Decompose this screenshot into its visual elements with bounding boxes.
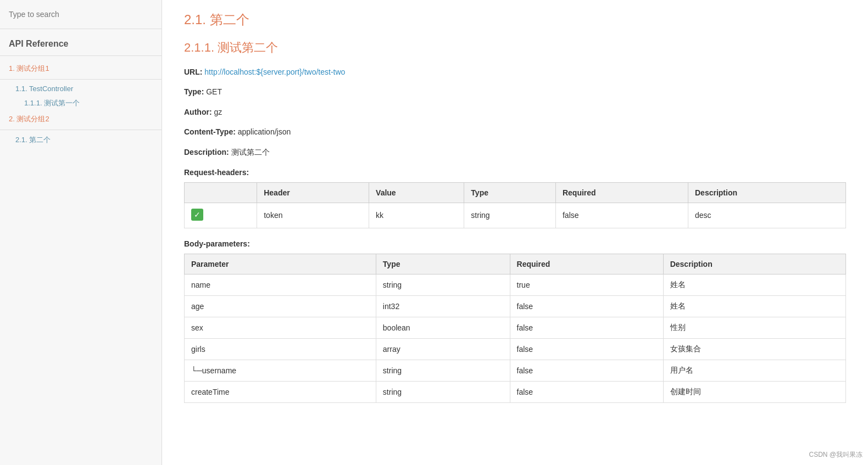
description-cell: 女孩集合 bbox=[663, 338, 845, 360]
url-link[interactable]: http://localhost:${server.port}/two/test… bbox=[204, 68, 345, 76]
content-type-value: application/json bbox=[238, 127, 291, 136]
content-type-row: Content-Type: application/json bbox=[184, 126, 846, 138]
section-title: 2.1.1. 测试第二个 bbox=[184, 40, 846, 56]
request-headers-heading: Request-headers: bbox=[184, 168, 846, 177]
content-type-label: Content-Type: bbox=[184, 127, 236, 136]
sidebar-nav-item-test-first[interactable]: 1.1.1. 测试第一个 bbox=[0, 96, 162, 111]
type-cell: string bbox=[376, 360, 510, 381]
url-label: URL: bbox=[184, 68, 202, 76]
body-col-required: Required bbox=[510, 254, 663, 274]
api-reference-title: API Reference bbox=[0, 29, 162, 56]
type-cell: string bbox=[376, 274, 510, 295]
parameter-cell: createTime bbox=[185, 381, 376, 402]
header-col-type: Type bbox=[464, 182, 556, 203]
nav-section: 1. 测试分组11.1. TestController1.1.1. 测试第一个2… bbox=[0, 56, 162, 152]
description-cell: 姓名 bbox=[663, 274, 845, 295]
description-cell: 性别 bbox=[663, 317, 845, 338]
type-row: Type: GET bbox=[184, 86, 846, 98]
nav-divider bbox=[0, 79, 162, 80]
body-table: Parameter Type Required Description name… bbox=[184, 254, 846, 403]
search-input[interactable] bbox=[9, 10, 153, 19]
header-col-description: Description bbox=[688, 182, 845, 203]
type-cell: string bbox=[376, 381, 510, 402]
sidebar-nav-item-test-controller[interactable]: 1.1. TestController bbox=[0, 82, 162, 96]
table-row: name string true 姓名 bbox=[185, 274, 846, 295]
description-cell: 姓名 bbox=[663, 295, 845, 317]
required-cell: false bbox=[510, 295, 663, 317]
description-cell: 创建时间 bbox=[663, 381, 845, 402]
required-cell: false bbox=[555, 203, 688, 228]
table-row: girls array false 女孩集合 bbox=[185, 338, 846, 360]
description-row: Description: 测试第二个 bbox=[184, 146, 846, 158]
sidebar-nav-item-second[interactable]: 2.1. 第二个 bbox=[0, 132, 162, 148]
type-label: Type: bbox=[184, 87, 204, 96]
parameter-cell: sex bbox=[185, 317, 376, 338]
main-content: 2.1. 第二个 2.1.1. 测试第二个 URL: http://localh… bbox=[162, 0, 868, 465]
required-cell: true bbox=[510, 274, 663, 295]
type-cell: array bbox=[376, 338, 510, 360]
sidebar-nav-item-group2[interactable]: 2. 测试分组2 bbox=[0, 111, 162, 127]
table-row: age int32 false 姓名 bbox=[185, 295, 846, 317]
description-cell: 用户名 bbox=[663, 360, 845, 381]
table-row: token kk string false desc bbox=[185, 203, 846, 228]
nav-divider bbox=[0, 130, 162, 130]
sidebar-nav-item-group1[interactable]: 1. 测试分组1 bbox=[0, 60, 162, 77]
top-section-title: 2.1. 第二个 bbox=[184, 11, 846, 29]
watermark: CSDN @我叫果冻 bbox=[809, 450, 863, 460]
body-col-type: Type bbox=[376, 254, 510, 274]
checkbox-cell bbox=[185, 203, 257, 228]
parameter-cell: age bbox=[185, 295, 376, 317]
header-col-value: Value bbox=[369, 182, 464, 203]
header-cell: token bbox=[257, 203, 369, 228]
body-parameters-heading: Body-parameters: bbox=[184, 239, 846, 248]
description-value: 测试第二个 bbox=[231, 148, 270, 156]
body-table-header-row: Parameter Type Required Description bbox=[185, 254, 846, 274]
table-row: └─username string false 用户名 bbox=[185, 360, 846, 381]
description-cell: desc bbox=[688, 203, 845, 228]
body-col-description: Description bbox=[663, 254, 845, 274]
author-row: Author: gz bbox=[184, 106, 846, 118]
header-col-required: Required bbox=[555, 182, 688, 203]
url-row: URL: http://localhost:${server.port}/two… bbox=[184, 66, 846, 78]
type-cell: int32 bbox=[376, 295, 510, 317]
parameter-cell: girls bbox=[185, 338, 376, 360]
type-value: GET bbox=[206, 87, 222, 96]
checkbox-icon bbox=[191, 209, 203, 221]
parameter-cell: name bbox=[185, 274, 376, 295]
value-cell: kk bbox=[369, 203, 464, 228]
table-row: sex boolean false 性别 bbox=[185, 317, 846, 338]
body-col-parameter: Parameter bbox=[185, 254, 376, 274]
type-cell: boolean bbox=[376, 317, 510, 338]
description-label: Description: bbox=[184, 148, 229, 156]
header-col-checkbox bbox=[185, 182, 257, 203]
required-cell: false bbox=[510, 381, 663, 402]
required-cell: false bbox=[510, 360, 663, 381]
type-cell: string bbox=[464, 203, 556, 228]
required-cell: false bbox=[510, 338, 663, 360]
headers-table-header-row: Header Value Type Required Description bbox=[185, 182, 846, 203]
search-container[interactable] bbox=[0, 0, 162, 29]
author-value: gz bbox=[214, 108, 222, 116]
parameter-cell: └─username bbox=[185, 360, 376, 381]
author-label: Author: bbox=[184, 108, 212, 116]
sidebar: API Reference 1. 测试分组11.1. TestControlle… bbox=[0, 0, 162, 465]
headers-table: Header Value Type Required Description t… bbox=[184, 182, 846, 228]
header-col-header: Header bbox=[257, 182, 369, 203]
table-row: createTime string false 创建时间 bbox=[185, 381, 846, 402]
required-cell: false bbox=[510, 317, 663, 338]
